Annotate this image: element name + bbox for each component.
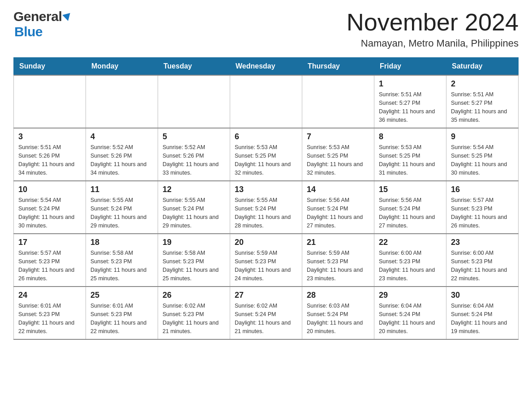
calendar-week-4: 17Sunrise: 5:57 AMSunset: 5:23 PMDayligh…: [14, 234, 519, 287]
day-number: 30: [451, 291, 514, 300]
calendar-cell: 29Sunrise: 6:04 AMSunset: 5:24 PMDayligh…: [374, 287, 446, 339]
day-info: Sunrise: 5:58 AMSunset: 5:23 PMDaylight:…: [90, 249, 153, 283]
calendar-cell: 1Sunrise: 5:51 AMSunset: 5:27 PMDaylight…: [374, 75, 446, 128]
calendar-cell: 13Sunrise: 5:55 AMSunset: 5:24 PMDayligh…: [230, 181, 302, 234]
calendar-cell: 16Sunrise: 5:57 AMSunset: 5:23 PMDayligh…: [446, 181, 519, 234]
day-number: 15: [379, 185, 442, 194]
calendar-cell: 11Sunrise: 5:55 AMSunset: 5:24 PMDayligh…: [86, 181, 158, 234]
day-number: 18: [90, 238, 153, 247]
calendar-cell: 15Sunrise: 5:56 AMSunset: 5:24 PMDayligh…: [374, 181, 446, 234]
day-number: 29: [379, 291, 442, 300]
day-info: Sunrise: 6:04 AMSunset: 5:24 PMDaylight:…: [451, 302, 514, 335]
day-info: Sunrise: 5:59 AMSunset: 5:23 PMDaylight:…: [235, 249, 297, 283]
day-number: 9: [451, 132, 514, 141]
day-number: 27: [235, 291, 297, 300]
day-number: 7: [307, 132, 369, 141]
day-number: 21: [307, 238, 369, 247]
day-info: Sunrise: 6:01 AMSunset: 5:23 PMDaylight:…: [18, 302, 81, 335]
calendar-cell: 30Sunrise: 6:04 AMSunset: 5:24 PMDayligh…: [446, 287, 519, 339]
day-number: 2: [451, 79, 514, 89]
logo-general-text: General: [13, 9, 62, 24]
day-info: Sunrise: 5:55 AMSunset: 5:24 PMDaylight:…: [163, 196, 225, 230]
calendar-header-saturday: Saturday: [446, 58, 519, 76]
calendar-cell: 14Sunrise: 5:56 AMSunset: 5:24 PMDayligh…: [302, 181, 374, 234]
day-info: Sunrise: 6:02 AMSunset: 5:23 PMDaylight:…: [163, 302, 225, 335]
page-header: General Blue November 2024 Namayan, Metr…: [13, 9, 519, 49]
calendar-cell: 6Sunrise: 5:53 AMSunset: 5:25 PMDaylight…: [230, 128, 302, 181]
day-number: 5: [163, 132, 225, 141]
calendar-cell: [14, 75, 86, 128]
calendar-week-5: 24Sunrise: 6:01 AMSunset: 5:23 PMDayligh…: [14, 287, 519, 339]
day-info: Sunrise: 5:53 AMSunset: 5:25 PMDaylight:…: [379, 143, 442, 177]
calendar-cell: 4Sunrise: 5:52 AMSunset: 5:26 PMDaylight…: [86, 128, 158, 181]
calendar-cell: 19Sunrise: 5:58 AMSunset: 5:23 PMDayligh…: [158, 234, 230, 287]
day-number: 4: [90, 132, 153, 141]
day-info: Sunrise: 5:59 AMSunset: 5:23 PMDaylight:…: [307, 249, 369, 283]
day-number: 10: [18, 185, 81, 194]
calendar-cell: [158, 75, 230, 128]
day-number: 23: [451, 238, 514, 247]
calendar-cell: 23Sunrise: 6:00 AMSunset: 5:23 PMDayligh…: [446, 234, 519, 287]
calendar-cell: 2Sunrise: 5:51 AMSunset: 5:27 PMDaylight…: [446, 75, 519, 128]
logo: General Blue: [13, 9, 71, 39]
logo-blue-text: Blue: [14, 24, 43, 39]
calendar-week-1: 1Sunrise: 5:51 AMSunset: 5:27 PMDaylight…: [14, 75, 519, 128]
day-info: Sunrise: 5:55 AMSunset: 5:24 PMDaylight:…: [235, 196, 297, 230]
day-number: 13: [235, 185, 297, 194]
logo-triangle-icon: [62, 13, 72, 22]
subtitle: Namayan, Metro Manila, Philippines: [347, 38, 519, 49]
day-number: 16: [451, 185, 514, 194]
calendar-week-3: 10Sunrise: 5:54 AMSunset: 5:24 PMDayligh…: [14, 181, 519, 234]
day-info: Sunrise: 5:53 AMSunset: 5:25 PMDaylight:…: [235, 143, 297, 177]
day-info: Sunrise: 6:00 AMSunset: 5:23 PMDaylight:…: [379, 249, 442, 283]
calendar-cell: 17Sunrise: 5:57 AMSunset: 5:23 PMDayligh…: [14, 234, 86, 287]
day-info: Sunrise: 5:55 AMSunset: 5:24 PMDaylight:…: [90, 196, 153, 230]
day-info: Sunrise: 6:04 AMSunset: 5:24 PMDaylight:…: [379, 302, 442, 335]
day-number: 25: [90, 291, 153, 300]
day-info: Sunrise: 5:58 AMSunset: 5:23 PMDaylight:…: [163, 249, 225, 283]
day-number: 3: [18, 132, 81, 141]
main-title: November 2024: [347, 9, 519, 35]
day-info: Sunrise: 5:56 AMSunset: 5:24 PMDaylight:…: [379, 196, 442, 230]
calendar-header-sunday: Sunday: [14, 58, 86, 76]
calendar-header-row: SundayMondayTuesdayWednesdayThursdayFrid…: [14, 58, 519, 76]
day-number: 24: [18, 291, 81, 300]
day-info: Sunrise: 6:01 AMSunset: 5:23 PMDaylight:…: [90, 302, 153, 335]
day-number: 14: [307, 185, 369, 194]
calendar-cell: 26Sunrise: 6:02 AMSunset: 5:23 PMDayligh…: [158, 287, 230, 339]
day-number: 1: [379, 79, 442, 89]
calendar-header-tuesday: Tuesday: [158, 58, 230, 76]
calendar-table: SundayMondayTuesdayWednesdayThursdayFrid…: [13, 57, 519, 340]
day-info: Sunrise: 5:56 AMSunset: 5:24 PMDaylight:…: [307, 196, 369, 230]
calendar-header-thursday: Thursday: [302, 58, 374, 76]
day-info: Sunrise: 5:57 AMSunset: 5:23 PMDaylight:…: [18, 249, 81, 283]
calendar-cell: 22Sunrise: 6:00 AMSunset: 5:23 PMDayligh…: [374, 234, 446, 287]
day-info: Sunrise: 5:52 AMSunset: 5:26 PMDaylight:…: [90, 143, 153, 177]
day-number: 19: [163, 238, 225, 247]
calendar-cell: [302, 75, 374, 128]
day-number: 17: [18, 238, 81, 247]
calendar-cell: 28Sunrise: 6:03 AMSunset: 5:24 PMDayligh…: [302, 287, 374, 339]
day-info: Sunrise: 6:03 AMSunset: 5:24 PMDaylight:…: [307, 302, 369, 335]
calendar-cell: 24Sunrise: 6:01 AMSunset: 5:23 PMDayligh…: [14, 287, 86, 339]
day-number: 20: [235, 238, 297, 247]
day-info: Sunrise: 5:51 AMSunset: 5:27 PMDaylight:…: [379, 90, 442, 124]
calendar-cell: 20Sunrise: 5:59 AMSunset: 5:23 PMDayligh…: [230, 234, 302, 287]
calendar-cell: 3Sunrise: 5:51 AMSunset: 5:26 PMDaylight…: [14, 128, 86, 181]
day-info: Sunrise: 6:02 AMSunset: 5:24 PMDaylight:…: [235, 302, 297, 335]
calendar-cell: 8Sunrise: 5:53 AMSunset: 5:25 PMDaylight…: [374, 128, 446, 181]
day-info: Sunrise: 5:57 AMSunset: 5:23 PMDaylight:…: [451, 196, 514, 230]
calendar-week-2: 3Sunrise: 5:51 AMSunset: 5:26 PMDaylight…: [14, 128, 519, 181]
calendar-cell: 27Sunrise: 6:02 AMSunset: 5:24 PMDayligh…: [230, 287, 302, 339]
day-number: 26: [163, 291, 225, 300]
day-number: 28: [307, 291, 369, 300]
calendar-header-friday: Friday: [374, 58, 446, 76]
day-number: 6: [235, 132, 297, 141]
calendar-cell: 7Sunrise: 5:53 AMSunset: 5:25 PMDaylight…: [302, 128, 374, 181]
calendar-cell: 18Sunrise: 5:58 AMSunset: 5:23 PMDayligh…: [86, 234, 158, 287]
day-number: 11: [90, 185, 153, 194]
calendar-cell: [230, 75, 302, 128]
calendar-cell: 5Sunrise: 5:52 AMSunset: 5:26 PMDaylight…: [158, 128, 230, 181]
calendar-cell: 12Sunrise: 5:55 AMSunset: 5:24 PMDayligh…: [158, 181, 230, 234]
calendar-cell: 10Sunrise: 5:54 AMSunset: 5:24 PMDayligh…: [14, 181, 86, 234]
